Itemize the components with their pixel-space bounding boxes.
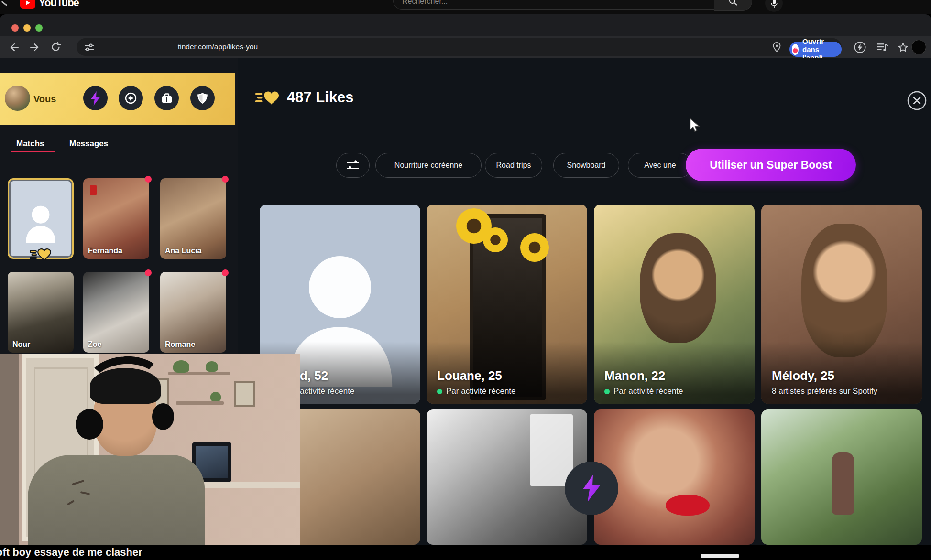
window-close-button[interactable] [11, 24, 19, 32]
match-card-fernanda[interactable]: Fernanda [83, 178, 149, 259]
match-name: Fernanda [88, 247, 122, 255]
card-name: d, 52 [300, 368, 354, 383]
streamer-body [28, 455, 205, 545]
lightning-bolt-icon [582, 475, 601, 502]
filter-chip-nourriture[interactable]: Nourriture coréenne [375, 153, 482, 178]
browser-profile-avatar[interactable] [911, 40, 926, 54]
like-card-manon[interactable]: Manon, 22 Par activité récente [594, 205, 755, 404]
active-tab-underline [11, 151, 55, 152]
match-card-nour[interactable]: Nour [8, 272, 74, 353]
explore-button[interactable] [119, 86, 143, 110]
like-card-melody[interactable]: Mélody, 25 8 artistes préférés sur Spoti… [761, 205, 922, 404]
close-circle-icon [907, 91, 927, 110]
filter-chip-snowboard[interactable]: Snowboard [553, 153, 619, 178]
likes-count-title: 487 Likes [287, 89, 354, 106]
online-dot [604, 389, 610, 394]
like-card[interactable] [594, 409, 755, 545]
travel-mode-button[interactable] [154, 86, 179, 110]
likes-heart-badge [30, 247, 51, 263]
lightning-bolt-icon [90, 91, 101, 106]
card-meta: Manon, 22 Par activité récente [604, 368, 683, 396]
reload-button[interactable] [50, 41, 62, 53]
url-bar[interactable]: tinder.com/app/likes-you Ouvrir dans l'a… [77, 38, 842, 56]
card-meta: Louane, 25 Par activité récente [437, 368, 516, 396]
briefcase-icon [161, 93, 173, 104]
like-card-louane[interactable]: Louane, 25 Par activité récente [427, 205, 587, 404]
window-zoom-button[interactable] [35, 24, 43, 32]
card-meta: Mélody, 25 8 artistes préférés sur Spoti… [772, 368, 877, 396]
window-minimize-button[interactable] [23, 24, 31, 32]
youtube-header-strip: YouTube Rechercher... [0, 0, 931, 14]
open-in-app-label: Ouvrir dans l'appli [802, 37, 834, 62]
new-match-dot [145, 269, 152, 276]
new-match-dot [222, 176, 229, 183]
user-avatar[interactable] [5, 86, 30, 111]
youtube-play-icon [20, 0, 35, 9]
filters-button[interactable] [336, 153, 370, 178]
compass-icon [125, 92, 137, 104]
search-icon [728, 0, 738, 6]
online-dot [437, 389, 442, 394]
profile-label[interactable]: Vous [33, 94, 56, 105]
match-name: Nour [12, 340, 30, 349]
browser-tab-bar [0, 14, 931, 36]
profile-photo [761, 409, 922, 545]
sidebar-profile-header: Vous [0, 73, 235, 125]
match-card-ana-lucia[interactable]: Ana Lucia [160, 178, 226, 259]
youtube-mic-button[interactable] [765, 0, 783, 12]
webcam-overlay [0, 354, 300, 545]
like-card[interactable] [427, 409, 587, 545]
bookmark-star-icon[interactable] [897, 41, 909, 53]
open-in-app-button[interactable]: Ouvrir dans l'appli [789, 42, 842, 57]
profile-photo [594, 409, 755, 545]
new-match-dot [145, 176, 152, 183]
boost-button[interactable] [83, 86, 108, 110]
match-name: Zoe [88, 340, 101, 349]
youtube-search-button[interactable] [714, 0, 752, 11]
location-pin-icon[interactable] [771, 41, 783, 53]
youtube-logo[interactable]: YouTube [20, 0, 79, 9]
card-status: activité récente [300, 387, 354, 396]
boost-indicator-bubble[interactable] [565, 462, 618, 515]
plant [206, 361, 218, 372]
back-button[interactable] [8, 41, 20, 53]
card-name: Louane, 25 [437, 368, 516, 383]
video-title-bar: oft boy essaye de me clasher [0, 545, 931, 560]
shelf [176, 401, 224, 405]
safety-button[interactable] [190, 86, 215, 110]
extension-boost-icon[interactable] [854, 41, 866, 53]
super-boost-button[interactable]: Utiliser un Super Boost [686, 149, 856, 181]
match-card-zoe[interactable]: Zoe [83, 272, 149, 353]
person-silhouette-icon [23, 200, 58, 244]
filter-chip-avec-une[interactable]: Avec une [628, 153, 692, 178]
playlist-queue-icon[interactable] [877, 41, 889, 53]
match-card-romane[interactable]: Romane [160, 272, 226, 353]
plant [210, 392, 221, 401]
match-name: Ana Lucia [165, 247, 201, 255]
ui-fragment [1, 1, 8, 6]
new-match-dot [222, 269, 229, 276]
close-button[interactable] [907, 91, 927, 110]
video-title-text: oft boy essaye de me clasher [0, 546, 142, 559]
site-settings-icon[interactable] [83, 41, 95, 53]
url-text[interactable]: tinder.com/app/likes-you [178, 43, 258, 51]
gold-heart-lines-icon [255, 89, 279, 106]
youtube-search-input[interactable]: Rechercher... [393, 0, 714, 10]
card-name: Manon, 22 [604, 368, 683, 383]
mouse-cursor [689, 118, 701, 132]
filter-chip-road-trips[interactable]: Road trips [485, 153, 542, 178]
card-status: Par activité récente [437, 387, 516, 396]
player-ui-fragment[interactable] [701, 554, 739, 558]
browser-toolbar: tinder.com/app/likes-you Ouvrir dans l'a… [0, 36, 931, 58]
forward-button[interactable] [29, 41, 41, 53]
tinder-flame-icon [792, 44, 799, 55]
match-name: Romane [165, 340, 195, 349]
like-card[interactable] [761, 409, 922, 545]
likes-header: 487 Likes [255, 89, 354, 106]
sidebar-tab-messages[interactable]: Messages [69, 139, 108, 149]
card-name: Mélody, 25 [772, 368, 877, 383]
youtube-logo-text: YouTube [39, 0, 79, 9]
sidebar-tab-matchs[interactable]: Matchs [16, 139, 44, 149]
likes-you-teaser-card[interactable] [8, 178, 74, 259]
profile-photo [427, 409, 587, 545]
